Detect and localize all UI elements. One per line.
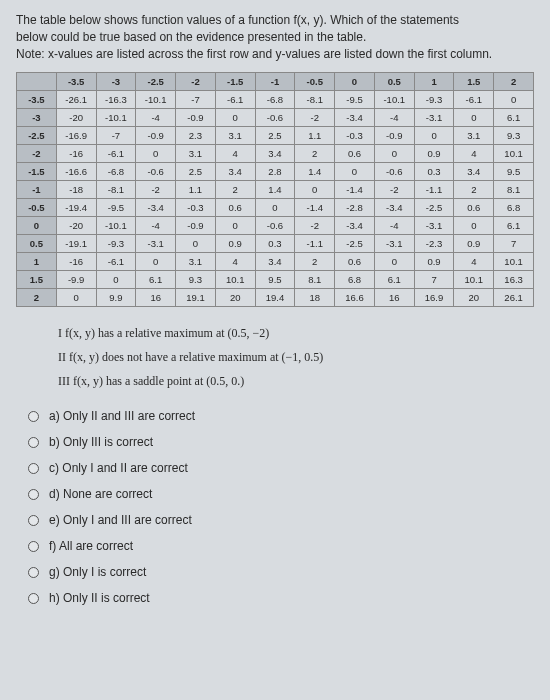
table-cell: 7 <box>414 271 454 289</box>
table-cell: 1.1 <box>295 127 335 145</box>
col-header: -3 <box>96 73 136 91</box>
table-cell: -0.9 <box>136 127 176 145</box>
radio-icon <box>28 593 39 604</box>
table-cell: 0 <box>136 253 176 271</box>
table-cell: -6.1 <box>96 145 136 163</box>
table-cell: -0.6 <box>255 109 295 127</box>
table-cell: -6.1 <box>96 253 136 271</box>
table-cell: 1.1 <box>176 181 216 199</box>
option-c[interactable]: c) Only I and II are correct <box>28 461 534 475</box>
table-cell: -3.1 <box>136 235 176 253</box>
table-cell: -0.3 <box>335 127 375 145</box>
row-header: 0.5 <box>17 235 57 253</box>
table-cell: 0 <box>454 217 494 235</box>
option-e[interactable]: e) Only I and III are correct <box>28 513 534 527</box>
table-cell: 0 <box>454 109 494 127</box>
table-cell: 0.6 <box>454 199 494 217</box>
option-h[interactable]: h) Only II is correct <box>28 591 534 605</box>
table-cell: 0.3 <box>255 235 295 253</box>
table-cell: -2 <box>136 181 176 199</box>
option-f[interactable]: f) All are correct <box>28 539 534 553</box>
table-cell: -8.1 <box>96 181 136 199</box>
table-cell: -10.1 <box>96 109 136 127</box>
table-cell: -19.1 <box>56 235 96 253</box>
table-cell: 6.8 <box>494 199 534 217</box>
table-cell: -7 <box>176 91 216 109</box>
option-b[interactable]: b) Only III is correct <box>28 435 534 449</box>
row-header: 2 <box>17 289 57 307</box>
col-header: 1 <box>414 73 454 91</box>
table-cell: 6.1 <box>494 109 534 127</box>
table-cell: 0 <box>136 145 176 163</box>
table-cell: -0.9 <box>176 109 216 127</box>
radio-icon <box>28 515 39 526</box>
table-cell: 6.8 <box>335 271 375 289</box>
table-cell: 16 <box>374 289 414 307</box>
table-cell: -9.3 <box>96 235 136 253</box>
table-cell: 10.1 <box>494 253 534 271</box>
table-cell: 0 <box>255 199 295 217</box>
table-cell: -0.9 <box>176 217 216 235</box>
col-header: -3.5 <box>56 73 96 91</box>
radio-icon <box>28 489 39 500</box>
table-cell: -4 <box>136 217 176 235</box>
table-cell: 3.4 <box>255 145 295 163</box>
table-cell: -1.1 <box>295 235 335 253</box>
table-cell: 18 <box>295 289 335 307</box>
table-cell: 3.4 <box>255 253 295 271</box>
option-label: f) All are correct <box>49 539 133 553</box>
table-cell: 2.3 <box>176 127 216 145</box>
table-cell: -20 <box>56 217 96 235</box>
col-header: -2.5 <box>136 73 176 91</box>
table-cell: -3.4 <box>335 109 375 127</box>
intro-line: The table below shows function values of… <box>16 13 459 27</box>
table-cell: -1.4 <box>295 199 335 217</box>
table-cell: -0.6 <box>136 163 176 181</box>
option-label: e) Only I and III are correct <box>49 513 192 527</box>
stmt-1: I f(x, y) has a relative maximum at (0.5… <box>58 321 534 345</box>
table-cell: -19.4 <box>56 199 96 217</box>
table-cell: -9.5 <box>96 199 136 217</box>
table-cell: -2 <box>295 109 335 127</box>
col-header: -0.5 <box>295 73 335 91</box>
radio-icon <box>28 567 39 578</box>
table-cell: 4 <box>454 253 494 271</box>
table-cell: -4 <box>136 109 176 127</box>
table-cell: -16.9 <box>56 127 96 145</box>
table-cell: 2.8 <box>255 163 295 181</box>
table-cell: 0.3 <box>414 163 454 181</box>
table-cell: 2 <box>295 145 335 163</box>
table-cell: -18 <box>56 181 96 199</box>
table-cell: -1.4 <box>335 181 375 199</box>
table-cell: -2 <box>295 217 335 235</box>
table-cell: 7 <box>494 235 534 253</box>
col-header: 0 <box>335 73 375 91</box>
table-cell: 0 <box>295 181 335 199</box>
col-header: 1.5 <box>454 73 494 91</box>
table-cell: -3.4 <box>374 199 414 217</box>
table-cell: 0 <box>414 127 454 145</box>
table-cell: 10.1 <box>494 145 534 163</box>
table-cell: 9.5 <box>494 163 534 181</box>
table-cell: 3.1 <box>176 145 216 163</box>
table-cell: -3.1 <box>414 217 454 235</box>
table-cell: 9.5 <box>255 271 295 289</box>
option-a[interactable]: a) Only II and III are correct <box>28 409 534 423</box>
table-cell: -16.6 <box>56 163 96 181</box>
row-header: 1 <box>17 253 57 271</box>
table-cell: 9.3 <box>176 271 216 289</box>
option-d[interactable]: d) None are correct <box>28 487 534 501</box>
table-cell: 3.1 <box>215 127 255 145</box>
radio-icon <box>28 463 39 474</box>
option-g[interactable]: g) Only I is correct <box>28 565 534 579</box>
option-label: b) Only III is correct <box>49 435 153 449</box>
table-cell: 0.9 <box>215 235 255 253</box>
table-cell: -16 <box>56 253 96 271</box>
table-cell: 0.6 <box>215 199 255 217</box>
table-cell: 20 <box>454 289 494 307</box>
col-header: 2 <box>494 73 534 91</box>
table-cell: -16 <box>56 145 96 163</box>
row-header: 1.5 <box>17 271 57 289</box>
table-cell: -6.8 <box>96 163 136 181</box>
table-cell: -20 <box>56 109 96 127</box>
